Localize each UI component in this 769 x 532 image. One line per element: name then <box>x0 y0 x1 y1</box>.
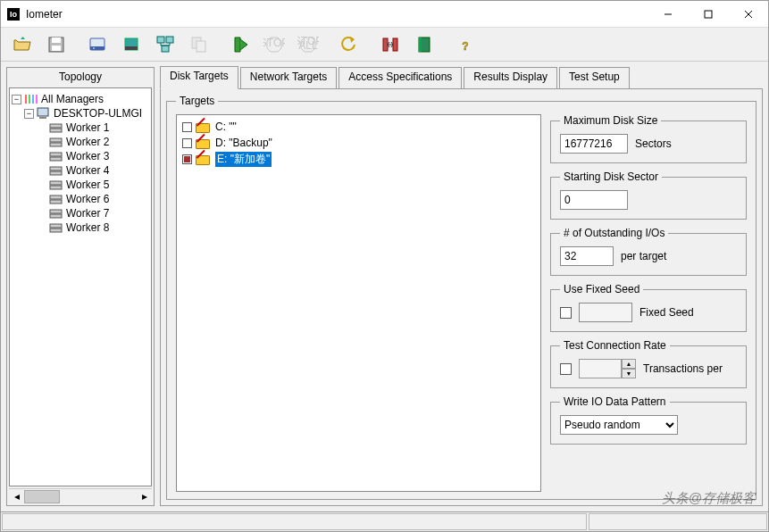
svg-rect-1 <box>705 11 712 18</box>
status-cell <box>589 513 767 530</box>
svg-rect-35 <box>50 138 62 142</box>
disk-config-button[interactable] <box>81 30 113 59</box>
disk-icon <box>49 164 63 177</box>
disk-target-row[interactable]: C: "" <box>179 119 539 135</box>
drive-icon <box>196 121 212 132</box>
disk-icon <box>49 121 63 134</box>
svg-rect-48 <box>50 229 62 232</box>
svg-rect-40 <box>50 171 62 175</box>
tab-bar: Disk Targets Network Targets Access Spec… <box>160 67 763 88</box>
outstanding-ios-input[interactable] <box>560 246 614 266</box>
topology-title: Topology <box>7 68 154 86</box>
disk-checkbox[interactable] <box>182 122 192 132</box>
app-window: Io Iometer STOP STOPALL ? Topology − <box>0 0 769 532</box>
tree-worker[interactable]: Worker 4 <box>12 163 149 178</box>
svg-rect-32 <box>39 117 46 119</box>
svg-rect-37 <box>50 153 62 156</box>
connection-rate-input <box>579 359 622 378</box>
svg-rect-38 <box>50 157 62 161</box>
stop-button: STOP <box>258 30 290 59</box>
nic-config-button[interactable] <box>115 30 147 59</box>
disk-icon <box>49 179 63 191</box>
copy-button <box>183 30 215 59</box>
disk-list[interactable]: C: ""D: "Backup"E: "新加卷" <box>176 114 541 492</box>
svg-text:ALL: ALL <box>298 39 318 52</box>
maximize-button[interactable] <box>688 1 728 27</box>
reset-button[interactable] <box>333 30 365 59</box>
start-button[interactable] <box>224 30 256 59</box>
expander-icon[interactable]: − <box>12 95 21 104</box>
disk-target-row[interactable]: E: "新加卷" <box>179 151 539 167</box>
svg-rect-8 <box>90 46 104 50</box>
topology-tree[interactable]: − All Managers − DESKTOP-ULMGI Worker 1W… <box>9 87 152 486</box>
tree-worker[interactable]: Worker 5 <box>12 178 149 192</box>
max-disk-size-input[interactable] <box>560 134 628 154</box>
horizontal-scrollbar[interactable]: ◂ ▸ <box>9 488 152 503</box>
expander-icon[interactable]: − <box>24 109 34 119</box>
group-legend: Starting Disk Sector <box>560 170 662 183</box>
svg-rect-47 <box>50 224 62 228</box>
outstanding-ios-group: # of Outstanding I/Os per target <box>550 227 747 276</box>
group-legend: # of Outstanding I/Os <box>560 227 668 239</box>
tree-host[interactable]: − DESKTOP-ULMGI <box>12 106 149 121</box>
tree-worker[interactable]: Worker 2 <box>12 135 149 149</box>
tab-test-setup[interactable]: Test Setup <box>559 67 630 88</box>
close-button[interactable] <box>728 1 768 27</box>
svg-rect-44 <box>50 200 62 204</box>
svg-rect-25 <box>419 37 422 52</box>
tree-worker[interactable]: Worker 1 <box>12 121 149 135</box>
drive-icon <box>196 154 212 164</box>
topology-panel: Topology − All Managers − DESKTOP-ULMGI … <box>6 67 155 506</box>
svg-rect-42 <box>50 186 62 189</box>
content-area: Topology − All Managers − DESKTOP-ULMGI … <box>1 62 768 511</box>
fixed-seed-checkbox[interactable] <box>560 307 572 319</box>
scroll-right-icon[interactable]: ▸ <box>137 490 152 503</box>
spin-down-icon[interactable]: ▼ <box>622 369 636 378</box>
status-cell <box>2 513 587 530</box>
disk-checkbox[interactable] <box>182 138 192 148</box>
tab-access-specs[interactable]: Access Specifications <box>339 67 462 88</box>
tree-label: Worker 7 <box>66 207 109 220</box>
connection-rate-checkbox[interactable] <box>560 363 572 375</box>
toolbar: STOP STOPALL ? <box>1 28 768 62</box>
tree-root[interactable]: − All Managers <box>12 92 149 106</box>
help-book-button[interactable] <box>408 30 440 59</box>
svg-rect-31 <box>38 108 48 116</box>
tree-label: Worker 6 <box>66 193 109 205</box>
open-button[interactable] <box>6 30 38 59</box>
network-view-button[interactable] <box>149 30 181 59</box>
tree-worker[interactable]: Worker 6 <box>12 192 149 206</box>
tab-network-targets[interactable]: Network Targets <box>240 67 337 88</box>
main-panel: Disk Targets Network Targets Access Spec… <box>160 67 763 506</box>
managers-icon <box>24 93 38 105</box>
svg-text:?: ? <box>462 40 468 53</box>
app-icon: Io <box>6 7 21 21</box>
fixed-seed-input <box>579 303 632 322</box>
scroll-left-icon[interactable]: ◂ <box>9 490 24 503</box>
tab-disk-targets[interactable]: Disk Targets <box>160 66 238 89</box>
svg-text:STOP: STOP <box>263 37 285 49</box>
starting-sector-group: Starting Disk Sector <box>550 170 747 220</box>
tree-label: Worker 2 <box>66 136 109 148</box>
tree-worker[interactable]: Worker 7 <box>12 206 149 220</box>
disk-label: C: "" <box>215 121 237 133</box>
disk-checkbox[interactable] <box>182 154 192 164</box>
scroll-thumb[interactable] <box>24 490 60 503</box>
tree-label: Worker 5 <box>66 179 109 191</box>
svg-rect-39 <box>50 167 62 170</box>
tab-results-display[interactable]: Results Display <box>464 67 557 88</box>
minimize-button[interactable] <box>648 1 688 27</box>
write-pattern-select[interactable]: Pseudo random <box>560 415 678 435</box>
disk-target-row[interactable]: D: "Backup" <box>179 135 539 151</box>
help-about-button[interactable]: ? <box>449 30 481 59</box>
targets-fieldset: Targets C: ""D: "Backup"E: "新加卷" Maximum… <box>166 95 756 500</box>
svg-rect-23 <box>393 38 397 51</box>
starting-sector-input[interactable] <box>560 190 628 210</box>
tree-worker[interactable]: Worker 3 <box>12 149 149 163</box>
save-button[interactable] <box>40 30 72 59</box>
svg-rect-36 <box>50 143 62 146</box>
tree-label: Worker 3 <box>66 150 109 162</box>
align-button[interactable] <box>374 30 406 59</box>
spin-up-icon[interactable]: ▲ <box>622 359 636 369</box>
tree-worker[interactable]: Worker 8 <box>12 220 149 235</box>
